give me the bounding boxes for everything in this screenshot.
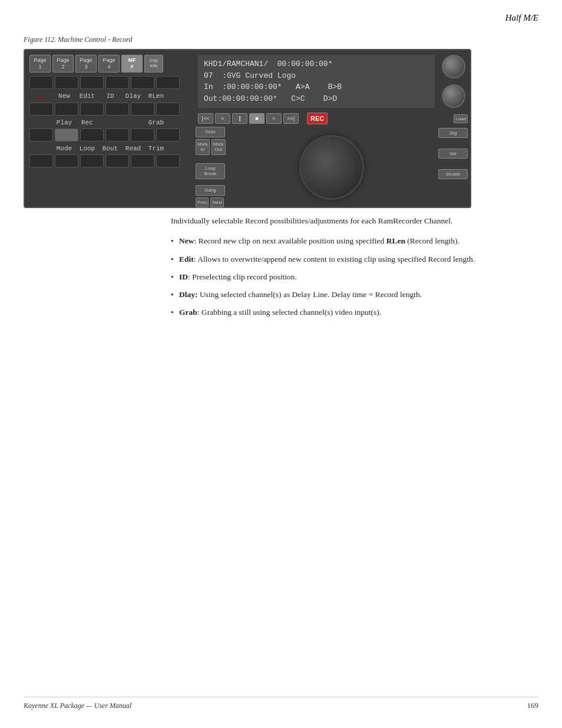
goto-button[interactable]: Goto — [196, 127, 225, 137]
id-label: ID — [100, 93, 121, 100]
page4-button[interactable]: Page4 — [98, 55, 120, 73]
bullet-id-bold: ID — [179, 272, 188, 281]
pause-button[interactable]: ‖ — [232, 113, 247, 124]
read-label: Read — [123, 145, 144, 152]
prev-next-area: Prev Next — [196, 197, 225, 208]
jog-wheel-area — [227, 127, 436, 207]
bullet-grab: Grab: Grabbing a still using selected ch… — [171, 307, 513, 318]
gang-button[interactable]: Gang — [196, 185, 225, 196]
page-header: Half M/E — [505, 13, 538, 23]
play-label: Play — [54, 119, 75, 126]
bullet-new-bold2: RLen — [386, 236, 405, 245]
machine-panel: Page1 Page2 Page3 Page4 MF# ClipInfo ▶ N… — [24, 49, 471, 208]
display-line-4: Out:00:00:00:00* C>C D>D — [204, 93, 429, 105]
bullet-grab-bold: Grab — [179, 308, 197, 317]
dark-btn-7 — [29, 103, 53, 116]
mark-in-button[interactable]: MarkIn — [196, 139, 210, 155]
page2-button[interactable]: Page2 — [52, 55, 74, 73]
bullet-edit: Edit: Allows to overwrite/append new con… — [171, 253, 513, 265]
dlay-label: Dlay — [123, 93, 144, 100]
mode-label: Mode — [54, 145, 75, 152]
dark-btn-2 — [55, 76, 78, 89]
dark-row-4 — [29, 154, 191, 167]
clip-info-button[interactable]: ClipInfo — [144, 55, 163, 73]
load-button[interactable]: Load — [454, 114, 468, 123]
figure-section: Figure 112. Machine Control - Record Pag… — [24, 35, 471, 208]
label-row-2: Play Rec Grab — [29, 119, 191, 126]
rec-button[interactable]: REC — [307, 113, 328, 124]
page1-button[interactable]: Page1 — [29, 55, 51, 73]
next-button[interactable]: Next — [210, 197, 223, 208]
mf-button[interactable]: MF# — [121, 55, 143, 73]
bullet-edit-text: : Allows to overwrite/append new content… — [194, 255, 475, 263]
bullet-new: New: Record new clip on next available p… — [171, 235, 513, 247]
left-controls: Goto MarkIn MarkOut LoopBreak Gang Prev … — [196, 127, 225, 207]
play-button[interactable]: > — [266, 113, 282, 124]
loop-break-button[interactable]: LoopBreak — [196, 163, 225, 179]
grab-label: Grab — [146, 119, 167, 126]
var-button[interactable]: Var — [438, 149, 468, 159]
knob-area — [442, 55, 465, 108]
dark-row-1 — [29, 76, 191, 89]
bullet-dlay-bold: Dlay: — [179, 290, 198, 299]
dark-btn-13 — [29, 129, 53, 141]
bullet-new-text: : Record new clip on next available posi… — [194, 236, 386, 245]
bout-label: Bout — [100, 145, 121, 152]
dark-btn-20 — [55, 154, 78, 167]
arrow-indicator: ▶ — [31, 93, 52, 100]
right-controls: Jog Var Shuttle — [438, 127, 468, 207]
content-section: Individually selectable Record possibili… — [171, 215, 513, 325]
empty-label2 — [123, 119, 144, 126]
dark-row-3 — [29, 129, 191, 141]
dark-btn-1 — [29, 76, 53, 89]
edit-label: Edit — [77, 93, 98, 100]
new-label: New — [54, 93, 75, 100]
stop-button[interactable]: ■ — [249, 113, 265, 124]
knob-1[interactable] — [442, 55, 465, 78]
forward-end-button[interactable]: >>| — [283, 113, 299, 124]
dark-btn-6 — [156, 76, 180, 89]
dark-btn-18 — [156, 129, 180, 141]
knob-2[interactable] — [442, 84, 465, 108]
bullet-new-text2: (Record length). — [405, 236, 459, 245]
footer-left: Kayenne XL Package — User Manual — [24, 701, 131, 710]
dark-btn-21 — [80, 154, 104, 167]
dark-btn-4 — [105, 76, 129, 89]
dark-row-2 — [29, 103, 191, 116]
page3-button[interactable]: Page3 — [75, 55, 97, 73]
dark-btn-5 — [131, 76, 154, 89]
rewind-button[interactable]: < — [215, 113, 230, 124]
rewind-start-button[interactable]: |<< — [198, 113, 213, 124]
jog-wheel[interactable] — [299, 135, 364, 200]
dark-btn-23 — [131, 154, 154, 167]
jog-button[interactable]: Jog — [438, 128, 468, 138]
dark-btn-11 — [131, 103, 154, 116]
bullet-id: ID: Preselecting clip record position. — [171, 271, 513, 283]
controls-area: Goto MarkIn MarkOut LoopBreak Gang Prev … — [196, 126, 470, 210]
bullet-id-text: : Preselecting clip record position. — [188, 272, 297, 281]
dark-btn-3 — [80, 76, 104, 89]
bullet-list: New: Record new clip on next available p… — [171, 235, 513, 318]
empty-label — [100, 119, 121, 126]
page-button-row: Page1 Page2 Page3 Page4 MF# ClipInfo — [29, 55, 191, 73]
right-section: KHD1/RAMCHAN1/ 00:00:00:00* 07 :GVG Curv… — [196, 50, 470, 207]
bullet-dlay: Dlay: Using selected channel(s) as Delay… — [171, 289, 513, 301]
spacer-label — [31, 119, 52, 126]
shuttle-button[interactable]: Shuttle — [438, 169, 468, 179]
label-row-3: Mode Loop Bout Read Trim — [29, 145, 191, 152]
dark-btn-15 — [80, 129, 104, 141]
dark-btn-19 — [29, 154, 53, 167]
display-area: KHD1/RAMCHAN1/ 00:00:00:00* 07 :GVG Curv… — [198, 55, 435, 108]
rec-label: Rec — [77, 119, 98, 126]
trim-label: Trim — [146, 145, 167, 152]
rlen-label: RLen — [146, 93, 167, 100]
bullet-new-bold: New — [179, 236, 194, 245]
dark-btn-14 — [55, 129, 78, 141]
label-row-1: ▶ New Edit ID Dlay RLen — [29, 93, 191, 100]
dark-btn-24 — [156, 154, 180, 167]
display-line-3: In :00:00:00:00* A>A B>B — [204, 81, 429, 93]
prev-button[interactable]: Prev — [196, 197, 209, 208]
intro-text: Individually selectable Record possibili… — [171, 215, 513, 227]
bullet-dlay-text: Using selected channel(s) as Delay Line.… — [198, 290, 422, 299]
mark-out-button[interactable]: MarkOut — [211, 139, 226, 155]
